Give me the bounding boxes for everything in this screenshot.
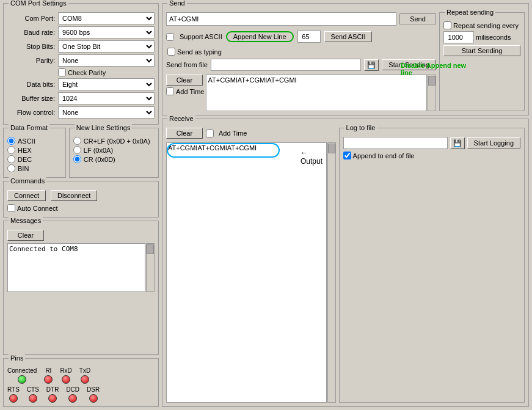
repeat-start-sending-button[interactable]: Start Sending — [443, 45, 520, 56]
send-as-typing-checkbox[interactable] — [167, 48, 175, 56]
pin-rts: RTS — [7, 386, 20, 403]
data-bits-select[interactable]: Eight — [58, 78, 155, 90]
pin-rxd: RxD — [60, 367, 71, 384]
data-format-group: Data Format ASCII HEX DEC BIN — [3, 128, 66, 178]
pin-connected: Connected — [7, 367, 37, 384]
append-to-end-label: Append to end of file — [353, 152, 415, 159]
send-group: Send Send Support ASCII Append New Line — [162, 3, 529, 115]
disconnect-button[interactable]: Disconnect — [51, 190, 97, 201]
receive-title: Receive — [167, 115, 195, 122]
receive-clear-button[interactable]: Clear — [166, 128, 203, 139]
crlf-label: CR+LF (0x0D + 0x0A) — [84, 137, 150, 145]
baud-rate-label: Baud rate: — [7, 29, 55, 36]
led-cts — [29, 394, 37, 403]
commands-group: Commands Connect Disconnect Auto Connect — [3, 181, 159, 218]
auto-connect-checkbox[interactable] — [7, 204, 15, 212]
send-button[interactable]: Send — [399, 13, 436, 24]
browse-file-button[interactable]: 💾 — [364, 59, 379, 71]
messages-group: Messages Clear Connected to COM8 — [3, 221, 159, 355]
led-connected — [18, 375, 26, 384]
receive-group: Receive Clear Add Time AT+CGMIAT+CGMIAT+… — [162, 119, 529, 407]
pins-title: Pins — [9, 354, 25, 362]
send-input[interactable] — [166, 12, 396, 26]
parity-label: Parity: — [7, 57, 55, 64]
log-file-input[interactable] — [343, 137, 448, 149]
repeat-sending-label: Repeat sending every — [453, 22, 519, 29]
stop-bits-label: Stop Bits: — [7, 43, 55, 50]
ascii-radio[interactable] — [7, 137, 15, 145]
pin-dcd: DCD — [66, 386, 79, 403]
led-dtr — [48, 394, 57, 403]
messages-clear-button[interactable]: Clear — [7, 230, 44, 241]
pin-cts: CTS — [27, 386, 39, 403]
flow-control-select[interactable]: None — [58, 106, 155, 119]
receive-text-area[interactable]: AT+CGMIAT+CGMIAT+CGMI — [166, 142, 327, 403]
add-time-receive-label: Add Time — [219, 130, 247, 137]
repeat-sending-checkbox[interactable] — [443, 21, 451, 29]
support-ascii-checkbox[interactable] — [166, 33, 174, 41]
commands-title: Commands — [9, 177, 46, 185]
cr-radio[interactable] — [73, 155, 81, 163]
data-format-title: Data Format — [9, 124, 49, 131]
append-new-line-button[interactable]: Append New Line — [226, 31, 294, 42]
led-rts — [9, 394, 18, 403]
newline-settings-title: New Line Settings — [75, 124, 133, 131]
led-ri — [44, 375, 53, 384]
pin-dtr: DTR — [46, 386, 59, 403]
pins-group: Pins Connected RI RxD TxD — [3, 358, 159, 407]
start-sending-button[interactable]: Start Sending — [382, 59, 436, 70]
data-bits-label: Data bits: — [7, 81, 55, 88]
send-file-input[interactable] — [211, 59, 361, 71]
repeat-sending-title: Repeat sending — [445, 9, 495, 16]
messages-title: Messages — [9, 217, 43, 224]
append-to-end-checkbox[interactable] — [343, 152, 351, 159]
start-logging-button[interactable]: Start Logging — [467, 137, 520, 148]
newline-settings-group: New Line Settings CR+LF (0x0D + 0x0A) LF… — [69, 128, 159, 178]
messages-textarea[interactable]: Connected to COM8 — [7, 243, 145, 292]
baud-rate-select[interactable]: 9600 bps — [58, 26, 155, 38]
interval-input[interactable] — [443, 31, 474, 43]
log-to-file-title: Log to file — [344, 124, 377, 131]
check-parity-checkbox[interactable] — [58, 68, 66, 76]
ms-label: miliseconds — [476, 34, 511, 41]
led-dsr — [89, 394, 98, 403]
parity-select[interactable]: None — [58, 54, 155, 67]
send-as-typing-label: Send as typing — [177, 48, 222, 56]
send-ascii-button[interactable]: Send ASCII — [324, 31, 373, 42]
com-port-label: Com Port: — [7, 15, 55, 22]
send-from-file-label: Send from file — [166, 61, 208, 68]
com-port-select[interactable]: COM8 — [58, 12, 155, 24]
led-dcd — [68, 394, 77, 403]
stop-bits-select[interactable]: One Stop Bit — [58, 40, 155, 53]
lf-radio[interactable] — [73, 146, 81, 154]
support-ascii-label: Support ASCII — [180, 33, 222, 40]
flow-control-label: Flow control: — [7, 109, 55, 116]
led-rxd — [62, 375, 70, 384]
lf-label: LF (0x0A) — [84, 147, 113, 154]
ascii-label: ASCII — [18, 137, 35, 145]
connect-button[interactable]: Connect — [7, 190, 46, 201]
repeat-sending-group: Repeat sending Repeat sending every mili… — [439, 12, 525, 111]
crlf-radio[interactable] — [73, 137, 81, 145]
led-txd — [81, 375, 89, 384]
com-port-settings-title: COM Port Settings — [9, 0, 68, 7]
bin-radio[interactable] — [7, 164, 15, 172]
browse-log-button[interactable]: 💾 — [450, 137, 465, 149]
buffer-size-select[interactable]: 1024 — [58, 92, 155, 104]
com-port-settings-group: COM Port Settings Com Port: COM8 Baud ra… — [3, 3, 159, 125]
check-parity-label: Check Parity — [68, 69, 106, 76]
send-text-area[interactable]: AT+CGMIAT+CGMIAT+CGMI — [206, 75, 427, 111]
hex-label: HEX — [18, 147, 32, 154]
add-time-send-checkbox[interactable] — [166, 87, 174, 95]
add-time-receive-checkbox[interactable] — [206, 130, 214, 137]
add-time-send-label: Add Time — [176, 88, 204, 95]
send-clear-button[interactable]: Clear — [166, 75, 203, 86]
auto-connect-label: Auto Connect — [17, 205, 58, 212]
hex-radio[interactable] — [7, 146, 15, 154]
bin-label: BIN — [18, 165, 29, 172]
pin-txd: TxD — [79, 367, 90, 384]
ascii-num-input[interactable] — [297, 31, 321, 43]
dec-radio[interactable] — [7, 155, 15, 163]
send-title: Send — [167, 0, 187, 7]
pin-ri: RI — [44, 367, 53, 384]
